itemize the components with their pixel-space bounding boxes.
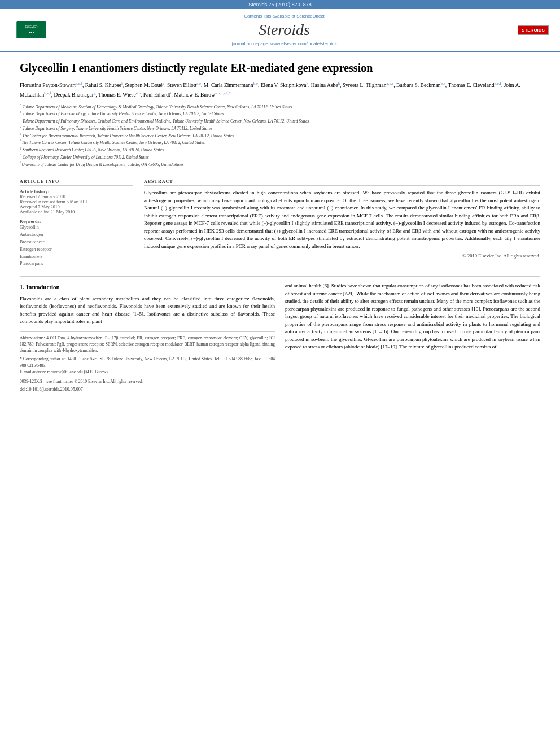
journal-homepage[interactable]: journal homepage: www.elsevier.com/locat… bbox=[232, 41, 337, 46]
body-content: 1. Introduction Flavonoids are a class o… bbox=[20, 282, 540, 393]
accepted-date: Accepted 7 May 2010 bbox=[20, 204, 133, 209]
affiliation-c: c Tulane Department of Pulmonary Disease… bbox=[20, 117, 540, 124]
journal-volume-info: Steroids 75 (2010) 870–878 bbox=[0, 0, 560, 9]
affiliation-g: g Southern Regional Research Center, USD… bbox=[20, 146, 540, 153]
affiliation-i: i University of Toledo Center for Drug D… bbox=[20, 160, 540, 168]
email: E-mail address: mburow@tulane.edu (M.E. … bbox=[20, 369, 275, 375]
corresponding-author: * Corresponding author at: 1430 Tulane A… bbox=[20, 356, 275, 369]
footnotes: Abbreviations: 4-OH-Tam, 4-hydroxytamoxi… bbox=[20, 331, 275, 394]
doi: doi:10.1016/j.steroids.2010.05.007 bbox=[20, 386, 275, 393]
divider-1 bbox=[20, 173, 540, 173]
abstract-header: ABSTRACT bbox=[144, 179, 540, 186]
intro-paragraph-2: and animal health [6]. Studies have show… bbox=[285, 282, 540, 351]
keyword-breast-cancer: Breast cancer bbox=[20, 239, 133, 246]
affiliation-a: a Tulane Department of Medicine, Section… bbox=[20, 103, 540, 110]
main-content: Glyceollin I enantiomers distinctly regu… bbox=[0, 52, 560, 401]
journal-header: ELSEVIER ■ ■ ■ Contents lists available … bbox=[0, 9, 560, 52]
article-title: Glyceollin I enantiomers distinctly regu… bbox=[20, 60, 540, 75]
keyword-glyceollin: Glyceollin bbox=[20, 224, 133, 231]
revised-date: Received in revised form 6 May 2010 bbox=[20, 199, 133, 204]
issn: 0039-128X/$ – see front matter © 2010 El… bbox=[20, 378, 275, 385]
steroids-badge: STEROIDS bbox=[518, 25, 549, 35]
keywords-list: Glyceollin Antiestrogen Breast cancer Es… bbox=[20, 224, 133, 268]
affiliation-e: e The Center for Bioenvironmental Resear… bbox=[20, 132, 540, 139]
article-info-abstract: ARTICLE INFO Article history: Received 7… bbox=[20, 179, 540, 268]
received-date: Received 7 January 2010 bbox=[20, 194, 133, 199]
article-info-header: ARTICLE INFO bbox=[20, 179, 133, 186]
body-col-left: 1. Introduction Flavonoids are a class o… bbox=[20, 282, 275, 393]
abstract-text: Glyceollins are pterocarpan phytoalexins… bbox=[144, 189, 540, 250]
volume-text: Steroids 75 (2010) 870–878 bbox=[248, 2, 312, 7]
keyword-estrogen-receptor: Estrogen receptor bbox=[20, 246, 133, 254]
svg-text:■ ■ ■: ■ ■ ■ bbox=[29, 32, 34, 34]
elsevier-logo-svg: ELSEVIER ■ ■ ■ bbox=[13, 21, 50, 38]
badge-text: STEROIDS bbox=[522, 28, 545, 33]
online-date: Available online 21 May 2010 bbox=[20, 209, 133, 215]
keyword-enantiomers: Enantiomers bbox=[20, 254, 133, 261]
svg-rect-0 bbox=[16, 21, 46, 38]
intro-paragraph-1: Flavonoids are a class of plant secondar… bbox=[20, 295, 275, 326]
svg-text:ELSEVIER: ELSEVIER bbox=[25, 25, 38, 28]
section-title-text: Introduction bbox=[26, 283, 60, 290]
abstract-col: ABSTRACT Glyceollins are pterocarpan phy… bbox=[144, 179, 540, 268]
elsevier-logo: ELSEVIER ■ ■ ■ bbox=[11, 21, 51, 38]
article-info-col: ARTICLE INFO Article history: Received 7… bbox=[20, 179, 133, 268]
introduction-title: 1. Introduction bbox=[20, 282, 275, 292]
divider-2 bbox=[20, 276, 540, 277]
journal-title: Steroids bbox=[259, 21, 310, 39]
authors: Florastina Payton-Stewarta,e,f, Rahul S.… bbox=[20, 81, 540, 99]
affiliation-d: d Tulane Department of Surgery, Tulane U… bbox=[20, 124, 540, 132]
affiliation-h: h College of Pharmacy, Xavier University… bbox=[20, 153, 540, 160]
history-label: Article history: bbox=[20, 189, 133, 194]
keyword-antiestrogen: Antiestrogen bbox=[20, 231, 133, 239]
authors-text: Florastina Payton-Stewarta,e,f, Rahul S.… bbox=[20, 82, 520, 97]
section-number: 1. bbox=[20, 283, 24, 290]
affiliation-f: f The Tulane Cancer Center, Tulane Unive… bbox=[20, 138, 540, 146]
abbreviations: Abbreviations: 4-OH-Tam, 4-hydroxytamoxi… bbox=[20, 335, 275, 354]
affiliation-b: b Tulane Department of Pharmacology, Tul… bbox=[20, 110, 540, 117]
journal-header-center: Contents lists available at ScienceDirec… bbox=[56, 14, 512, 46]
affiliations: a Tulane Department of Medicine, Section… bbox=[20, 103, 540, 168]
copyright-line: © 2010 Elsevier Inc. All rights reserved… bbox=[144, 253, 540, 259]
keywords-label: Keywords: bbox=[20, 219, 133, 224]
sciencedirect-link[interactable]: Contents lists available at ScienceDirec… bbox=[244, 14, 324, 19]
keyword-pterocarpans: Pterocarpans bbox=[20, 260, 133, 268]
body-col-right: and animal health [6]. Studies have show… bbox=[285, 282, 540, 393]
